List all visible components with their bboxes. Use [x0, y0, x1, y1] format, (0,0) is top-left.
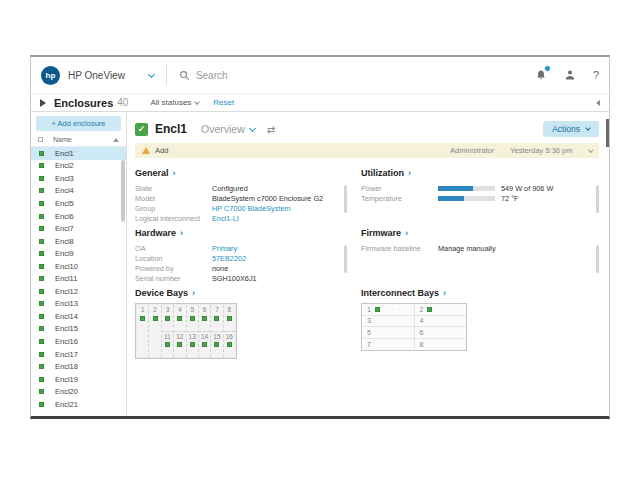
- bay-number: 6: [420, 329, 424, 336]
- device-bay[interactable]: 4: [174, 305, 185, 331]
- field-row: Logical interconnectEncl1-LI: [135, 214, 347, 224]
- device-bay[interactable]: 14: [199, 331, 210, 358]
- interconnect-row: 78: [362, 339, 466, 351]
- notice-expand-chevron-icon[interactable]: [588, 147, 593, 152]
- enclosure-list-item[interactable]: Encl7: [31, 222, 126, 235]
- status-ok-icon: [177, 316, 182, 321]
- device-bay[interactable]: 16: [224, 331, 235, 358]
- device-bay[interactable]: 1: [137, 305, 148, 357]
- collapse-panel-icon[interactable]: [596, 100, 600, 106]
- enclosure-list-item[interactable]: Encl18: [31, 360, 126, 373]
- field-link[interactable]: Encl1-LI: [212, 214, 239, 223]
- field-label: Powered by: [135, 264, 212, 273]
- interconnect-bay[interactable]: 5: [362, 327, 415, 338]
- general-section-heading[interactable]: General: [135, 168, 347, 178]
- section-scrollbar-thumb[interactable]: [344, 185, 347, 213]
- view-chevron-down-icon[interactable]: [249, 124, 256, 131]
- interconnect-row: 56: [362, 327, 466, 339]
- enclosure-name: Encl18: [55, 362, 78, 371]
- field-link[interactable]: 57EB2202: [212, 254, 246, 263]
- field-label: Logical interconnect: [135, 214, 212, 223]
- notifications-button[interactable]: [535, 69, 547, 81]
- enclosure-list-item[interactable]: Encl8: [31, 235, 126, 248]
- field-link[interactable]: Primary: [212, 244, 237, 253]
- device-bay[interactable]: 8: [224, 305, 235, 331]
- enclosure-list-item[interactable]: Encl17: [31, 348, 126, 361]
- hardware-section-heading[interactable]: Hardware: [135, 228, 347, 238]
- relationships-map-icon[interactable]: [267, 124, 275, 135]
- list-header[interactable]: Name: [31, 134, 126, 147]
- name-column-header[interactable]: Name: [53, 136, 72, 143]
- enclosure-list-item[interactable]: Encl6: [31, 210, 126, 223]
- enclosure-list-item[interactable]: Encl13: [31, 298, 126, 311]
- status-ok-icon: [39, 264, 44, 269]
- enclosure-list-item[interactable]: Encl15: [31, 323, 126, 336]
- view-selector[interactable]: Overview: [201, 123, 245, 135]
- enclosure-list-item[interactable]: Encl16: [31, 335, 126, 348]
- field-link[interactable]: HP C7000 BladeSystem: [212, 204, 291, 213]
- utilization-row: Temperature72 °F: [361, 193, 599, 203]
- interconnect-bay[interactable]: 2· · · ·: [415, 304, 467, 315]
- device-bay[interactable]: 5: [187, 305, 198, 331]
- status-filter-label: All statuses: [150, 98, 191, 107]
- utilization-section: Utilization Power549 W of 906 WTemperatu…: [361, 168, 599, 228]
- enclosure-list-item[interactable]: Encl19: [31, 373, 126, 386]
- interconnect-bay[interactable]: 1· · · ·: [362, 304, 415, 315]
- status-filter-dropdown[interactable]: All statuses: [150, 98, 199, 107]
- firmware-section-heading[interactable]: Firmware: [361, 228, 599, 238]
- sidebar-scrollbar-thumb[interactable]: [121, 160, 125, 222]
- status-ok-icon: [39, 352, 44, 357]
- enclosure-list-item[interactable]: Encl2: [31, 160, 126, 173]
- search-input[interactable]: [196, 70, 406, 81]
- reset-filter-link[interactable]: Reset: [213, 98, 234, 107]
- enclosure-name: Encl13: [55, 299, 78, 308]
- device-bay[interactable]: 15: [211, 331, 222, 358]
- utilization-section-heading[interactable]: Utilization: [361, 168, 599, 178]
- enclosure-list-item[interactable]: Encl21: [31, 398, 126, 411]
- section-scrollbar-thumb[interactable]: [596, 185, 599, 213]
- interconnect-bay[interactable]: 7: [362, 339, 415, 351]
- device-bays-section-heading[interactable]: Device Bays: [135, 288, 347, 298]
- device-bay[interactable]: 12: [174, 331, 185, 358]
- device-bay[interactable]: 13: [187, 331, 198, 358]
- enclosure-list-item[interactable]: Encl5: [31, 197, 126, 210]
- main-menu-chevron-down-icon[interactable]: [148, 70, 155, 77]
- section-scrollbar-thumb[interactable]: [344, 245, 347, 273]
- enclosure-list-item[interactable]: Encl3: [31, 172, 126, 185]
- add-enclosure-button[interactable]: + Add enclosure: [36, 116, 121, 131]
- enclosure-list-item[interactable]: Encl20: [31, 385, 126, 398]
- section-scrollbar-thumb[interactable]: [596, 245, 599, 273]
- device-bay[interactable]: 2: [149, 305, 160, 357]
- enclosure-list-item[interactable]: Encl4: [31, 185, 126, 198]
- page-title[interactable]: Enclosures: [54, 97, 113, 109]
- activity-user: Administrator: [450, 146, 494, 155]
- enclosure-list-item[interactable]: Encl10: [31, 260, 126, 273]
- status-ok-icon: [427, 307, 432, 312]
- field-row: OAPrimary: [135, 243, 347, 253]
- interconnect-bay[interactable]: 6: [415, 327, 467, 338]
- actions-button[interactable]: Actions: [543, 121, 599, 137]
- enclosure-list-item[interactable]: Encl1: [31, 147, 126, 160]
- device-bay[interactable]: 3: [162, 305, 173, 331]
- activity-notice-bar[interactable]: Add Administrator Yesterday 5:36 pm: [135, 143, 599, 158]
- enclosure-list-item[interactable]: Encl9: [31, 247, 126, 260]
- help-button[interactable]: ?: [593, 69, 599, 81]
- utilization-row: Power549 W of 906 W: [361, 183, 599, 193]
- window-scrollbar-thumb[interactable]: [606, 119, 609, 147]
- enclosure-name: Encl6: [55, 212, 74, 221]
- device-bays-section: Device Bays 12311412513614715816: [135, 288, 347, 359]
- interconnect-bays-section-heading[interactable]: Interconnect Bays: [361, 288, 599, 298]
- device-bay[interactable]: 7: [211, 305, 222, 331]
- main-menu-expand-icon[interactable]: [40, 99, 46, 107]
- enclosure-list-item[interactable]: Encl12: [31, 285, 126, 298]
- device-bay[interactable]: 6: [199, 305, 210, 331]
- device-bay[interactable]: 11: [162, 331, 173, 358]
- interconnect-bay[interactable]: 3: [362, 316, 415, 327]
- field-label: Serial number: [135, 274, 212, 283]
- enclosure-list-item[interactable]: Encl11: [31, 272, 126, 285]
- interconnect-bay[interactable]: 4: [415, 316, 467, 327]
- user-menu-button[interactable]: [564, 69, 576, 81]
- interconnect-bay[interactable]: 8: [415, 339, 467, 351]
- field-row: ModelBladeSystem c7000 Enclosure G2: [135, 193, 347, 203]
- enclosure-list-item[interactable]: Encl14: [31, 310, 126, 323]
